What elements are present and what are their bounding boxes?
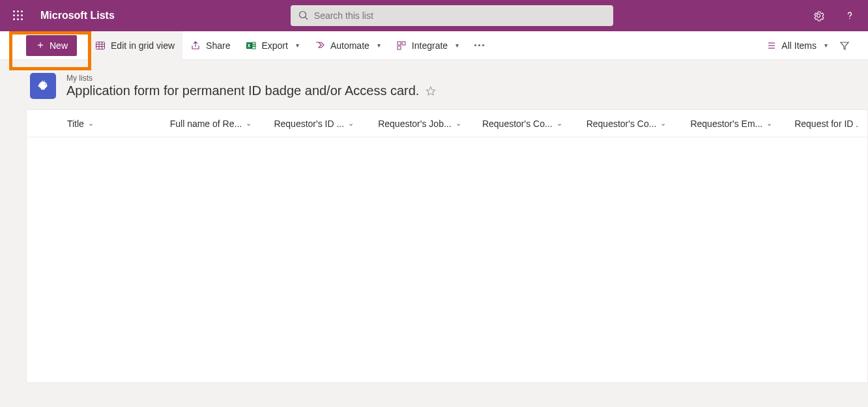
share-icon [190, 40, 201, 51]
integrate-label: Integrate [412, 40, 448, 51]
list-header: My lists Application form for permanent … [0, 60, 868, 109]
integrate-button[interactable]: Integrate ▾ [388, 31, 467, 60]
search-box[interactable] [291, 5, 613, 26]
list-title: Application form for permanent ID badge … [66, 83, 436, 98]
new-button-label: New [50, 40, 68, 51]
settings-button[interactable] [803, 0, 834, 31]
view-selector[interactable]: All Items ▾ [766, 40, 828, 51]
app-name-label[interactable]: Microsoft Lists [40, 10, 115, 21]
filter-icon [839, 40, 850, 51]
search-input[interactable] [314, 10, 605, 21]
plus-icon: ＋ [35, 38, 46, 52]
gear-icon [813, 10, 824, 21]
chevron-down-icon: ▾ [296, 42, 299, 49]
column-header-requestor-co1[interactable]: Requestor's Co... ⌄ [477, 119, 581, 129]
help-button[interactable] [834, 0, 865, 31]
integrate-icon [396, 40, 407, 51]
svg-rect-14 [398, 46, 401, 49]
chevron-down-icon: ⌄ [348, 119, 354, 128]
svg-point-0 [299, 12, 306, 18]
column-header-title[interactable]: Title ⌄ [61, 119, 165, 129]
svg-rect-11 [252, 46, 255, 49]
help-icon [844, 10, 856, 21]
column-header-requestor-id[interactable]: Requestor's ID ... ⌄ [268, 119, 373, 129]
svg-point-18 [42, 81, 43, 82]
share-label: Share [206, 40, 230, 51]
star-icon [426, 86, 436, 96]
more-actions-button[interactable] [467, 44, 492, 46]
chevron-down-icon: ⌄ [557, 119, 562, 128]
filter-button[interactable] [834, 40, 855, 51]
piggy-bank-icon [36, 79, 50, 93]
automate-icon [315, 40, 325, 51]
command-bar: ＋ New Edit in grid view Share Export ▾ A… [0, 31, 868, 60]
list-icon [30, 73, 56, 99]
automate-button[interactable]: Automate ▾ [307, 31, 388, 60]
svg-line-1 [305, 18, 308, 20]
column-header-requestor-co2[interactable]: Requestor's Co... ⌄ [581, 119, 686, 129]
svg-rect-13 [402, 42, 405, 45]
view-selector-label: All Items [781, 40, 817, 51]
export-button[interactable]: Export ▾ [238, 31, 306, 60]
svg-rect-3 [96, 42, 105, 49]
table-header-row: Title ⌄ Full name of Re... ⌄ Requestor's… [27, 110, 867, 137]
suite-header: Microsoft Lists [0, 0, 868, 31]
favorite-button[interactable] [426, 86, 436, 96]
list-view-icon [766, 40, 776, 51]
breadcrumb[interactable]: My lists [66, 74, 436, 83]
chevron-down-icon: ⌄ [88, 119, 94, 128]
svg-point-2 [849, 18, 850, 20]
chevron-down-icon: ⌄ [456, 119, 461, 128]
column-header-request-for-id[interactable]: Request for ID . [789, 119, 867, 129]
chevron-down-icon: ⌄ [246, 119, 252, 128]
column-header-fullname[interactable]: Full name of Re... ⌄ [165, 119, 269, 129]
chevron-down-icon: ▾ [377, 42, 381, 49]
automate-label: Automate [330, 40, 369, 51]
svg-point-19 [44, 81, 45, 82]
share-button[interactable]: Share [182, 31, 238, 60]
export-label: Export [261, 40, 287, 51]
excel-icon [246, 40, 256, 51]
waffle-icon [13, 10, 23, 21]
edit-grid-button[interactable]: Edit in grid view [87, 31, 182, 60]
column-header-requestor-job[interactable]: Requestor's Job... ⌄ [373, 119, 477, 129]
edit-grid-label: Edit in grid view [111, 40, 175, 51]
grid-icon [95, 40, 106, 51]
chevron-down-icon: ⌄ [766, 119, 772, 128]
chevron-down-icon: ⌄ [660, 119, 666, 128]
column-header-requestor-em[interactable]: Requestor's Em... ⌄ [685, 119, 789, 129]
svg-rect-12 [398, 42, 401, 45]
new-button[interactable]: ＋ New [26, 35, 77, 56]
search-icon [298, 10, 309, 21]
list-table: Title ⌄ Full name of Re... ⌄ Requestor's… [26, 109, 868, 383]
app-launcher-button[interactable] [3, 0, 34, 31]
chevron-down-icon: ▾ [824, 42, 828, 49]
chevron-down-icon: ▾ [456, 42, 459, 49]
